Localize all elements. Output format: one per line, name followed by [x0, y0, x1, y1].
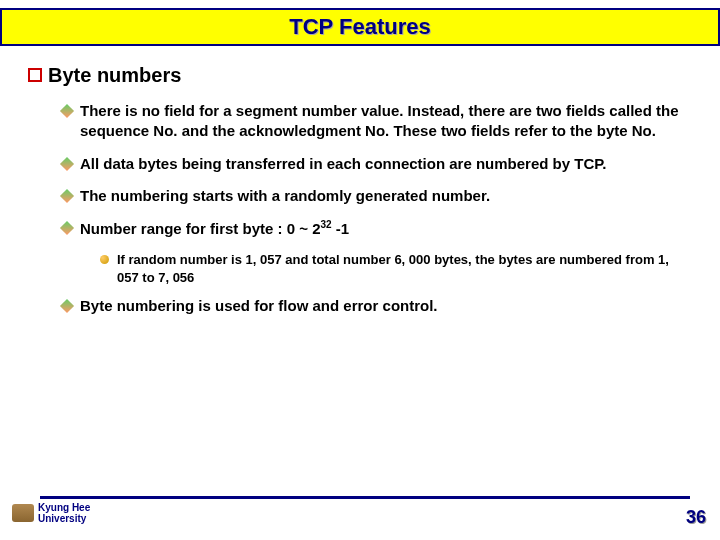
bullet-text: The numbering starts with a randomly gen… [80, 186, 490, 206]
diamond-bullet-icon [60, 104, 74, 118]
university-line2: University [38, 513, 90, 524]
diamond-bullet-icon [60, 189, 74, 203]
diamond-bullet-icon [60, 221, 74, 235]
university-name: Kyung Hee University [38, 502, 90, 524]
slide-footer: Kyung Hee University 36 [0, 490, 720, 530]
slide-content: Byte numbers There is no field for a seg… [0, 46, 720, 317]
bullet-text: There is no field for a segment number v… [80, 101, 692, 142]
logo-mark-icon [12, 504, 34, 522]
range-suffix: -1 [332, 220, 350, 237]
range-exponent: 32 [320, 219, 331, 230]
bullet-text: Byte numbering is used for flow and erro… [80, 296, 438, 316]
sub-bullet-text: If random number is 1, 057 and total num… [117, 251, 692, 286]
university-logo: Kyung Hee University [12, 502, 90, 524]
section-heading: Byte numbers [28, 64, 692, 87]
diamond-bullet-icon [60, 156, 74, 170]
list-item: The numbering starts with a randomly gen… [62, 186, 692, 206]
title-bar: TCP Features [0, 8, 720, 46]
list-item: All data bytes being transferred in each… [62, 154, 692, 174]
bullet-text: All data bytes being transferred in each… [80, 154, 607, 174]
heading-text: Byte numbers [48, 64, 181, 87]
circle-bullet-icon [100, 255, 109, 264]
university-line1: Kyung Hee [38, 502, 90, 513]
range-prefix: Number range for first byte : 0 ~ 2 [80, 220, 320, 237]
sub-list-item: If random number is 1, 057 and total num… [100, 251, 692, 286]
square-bullet-icon [28, 68, 42, 82]
page-number: 36 [686, 507, 706, 528]
list-item: Number range for first byte : 0 ~ 232 -1 [62, 218, 692, 239]
bullet-text: Number range for first byte : 0 ~ 232 -1 [80, 218, 349, 239]
slide-title: TCP Features [289, 14, 430, 39]
list-item: Byte numbering is used for flow and erro… [62, 296, 692, 316]
diamond-bullet-icon [60, 299, 74, 313]
footer-divider [40, 496, 690, 499]
list-item: There is no field for a segment number v… [62, 101, 692, 142]
